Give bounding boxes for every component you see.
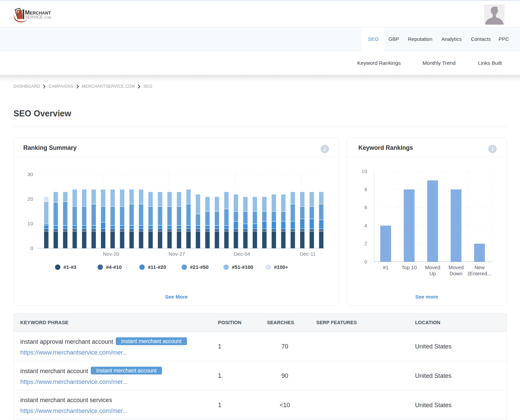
svg-text:#4-#10: #4-#10 xyxy=(106,264,122,270)
svg-text:30: 30 xyxy=(27,171,33,177)
svg-text:SERVICE.COM: SERVICE.COM xyxy=(25,15,52,20)
svg-text:6: 6 xyxy=(364,204,367,210)
svg-text:2: 2 xyxy=(364,241,367,246)
svg-text:8: 8 xyxy=(364,187,367,192)
svg-text:Dec-04: Dec-04 xyxy=(234,251,250,257)
svg-text:(Entered...: (Entered... xyxy=(468,271,491,276)
svg-text:#1-#3: #1-#3 xyxy=(63,264,76,270)
svg-text:Down: Down xyxy=(449,271,462,276)
svg-text:4: 4 xyxy=(364,223,367,228)
svg-text:New: New xyxy=(474,264,485,270)
svg-text:Moved: Moved xyxy=(448,264,464,270)
svg-text:0: 0 xyxy=(30,245,33,251)
svg-text:Top 10: Top 10 xyxy=(402,264,417,270)
svg-text:Moved: Moved xyxy=(425,264,440,270)
svg-text:0: 0 xyxy=(364,259,367,264)
svg-text:#11-#20: #11-#20 xyxy=(148,264,166,270)
svg-text:#51-#100: #51-#100 xyxy=(232,264,253,270)
svg-text:20: 20 xyxy=(27,196,33,202)
svg-text:Dec-11: Dec-11 xyxy=(300,251,316,257)
svg-text:Nov-20: Nov-20 xyxy=(103,251,119,257)
svg-text:#100+: #100+ xyxy=(274,264,288,270)
svg-text:Up: Up xyxy=(429,271,436,276)
svg-text:#1: #1 xyxy=(383,264,389,270)
svg-text:#21-#50: #21-#50 xyxy=(190,264,209,270)
svg-text:10: 10 xyxy=(27,221,33,226)
svg-text:10: 10 xyxy=(361,168,367,174)
svg-text:Nov-27: Nov-27 xyxy=(169,251,185,257)
